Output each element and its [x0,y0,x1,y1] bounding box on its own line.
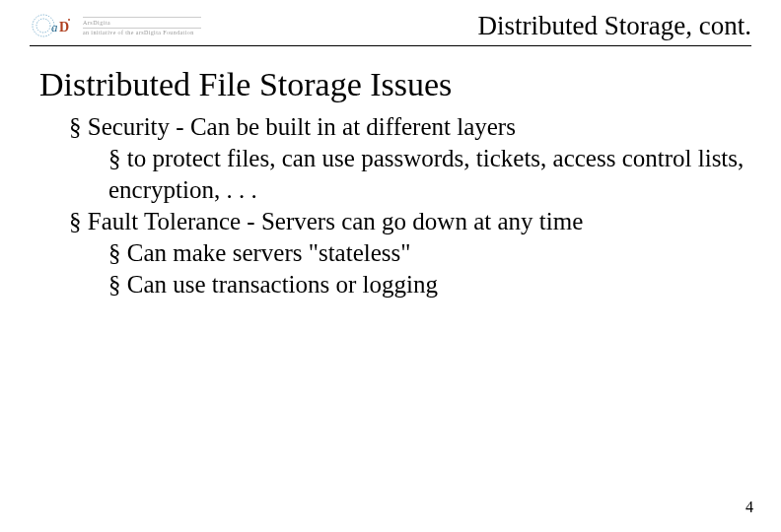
svg-point-1 [36,19,50,33]
bullet-item: Security - Can be built in at different … [69,111,751,206]
logo-org-top: ArsDigita [83,17,201,26]
bullet-list: Security - Can be built in at different … [39,111,751,300]
bullet-text: Security - Can be built in at different … [88,113,516,140]
bullet-sublist: Can make servers "stateless" Can use tra… [69,237,751,300]
bullet-subitem: Can use transactions or logging [108,269,751,300]
bullet-subtext: to protect files, can use passwords, tic… [108,145,744,203]
bullet-subtext: Can use transactions or logging [127,271,438,298]
svg-point-4 [68,19,70,21]
bullet-subitem: Can make servers "stateless" [108,237,751,269]
logo: a D ArsDigita an initiative of the arsDi… [30,10,201,41]
slide-title: Distributed File Storage Issues [39,66,751,103]
svg-text:a: a [51,20,58,34]
page-number: 4 [746,499,753,516]
bullet-subtext: Can make servers "stateless" [127,239,411,266]
bullet-item: Fault Tolerance - Servers can go down at… [69,206,751,300]
bullet-sublist: to protect files, can use passwords, tic… [69,143,751,206]
logo-org-bottom: an initiative of the arsDigita Foundatio… [83,28,201,35]
bullet-subitem: to protect files, can use passwords, tic… [108,143,751,206]
header: a D ArsDigita an initiative of the arsDi… [0,0,781,41]
slide: a D ArsDigita an initiative of the arsDi… [0,0,781,532]
header-row: a D ArsDigita an initiative of the arsDi… [30,10,751,41]
content: Distributed File Storage Issues Security… [0,46,781,300]
svg-text:D: D [59,20,69,34]
bullet-text: Fault Tolerance - Servers can go down at… [88,208,584,234]
logo-mark-icon: a D [30,10,77,41]
header-topic: Distributed Storage, cont. [478,11,751,41]
logo-text: ArsDigita an initiative of the arsDigita… [83,17,201,35]
